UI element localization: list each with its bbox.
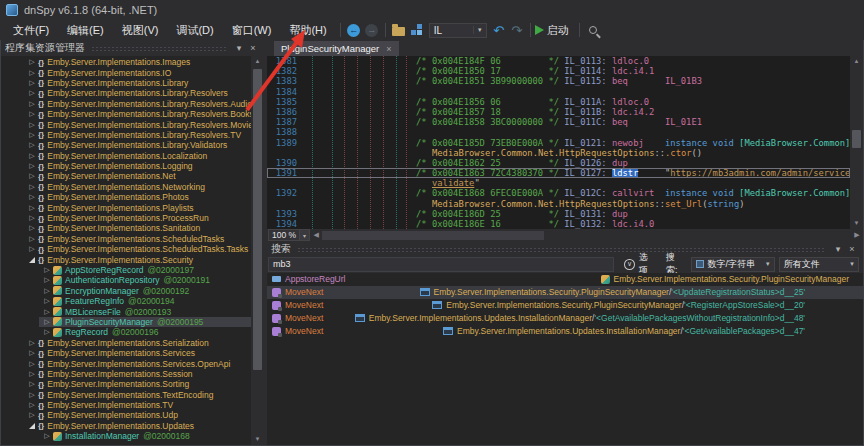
code-line[interactable]: validate": [267, 178, 850, 188]
tree-item-namespace[interactable]: ▷{}Emby.Server.Implementations.Library.R…: [1, 130, 251, 140]
scrollbar-thumb[interactable]: [322, 231, 544, 240]
expander-icon[interactable]: ▷: [27, 110, 37, 118]
undo-button[interactable]: ↶: [490, 22, 508, 39]
tree-item-class[interactable]: ▷EncryptionManager@02000192: [1, 286, 251, 296]
expander-icon[interactable]: ▷: [27, 131, 37, 139]
tree-item-namespace[interactable]: ▷{}Emby.Server.Implementations.Net: [1, 171, 251, 181]
scroll-down-icon[interactable]: ▼: [251, 434, 264, 445]
expander-icon[interactable]: ▷: [27, 69, 37, 77]
expander-icon[interactable]: ▷: [42, 432, 52, 440]
expander-icon[interactable]: ▷: [27, 214, 37, 222]
back-button[interactable]: ←: [345, 22, 363, 39]
tree-item-class[interactable]: ▷MBLicenseFile@02000193: [1, 306, 251, 316]
chevron-down-icon[interactable]: ▾: [232, 43, 246, 53]
tree-item-class[interactable]: ▷RegRecord@02000196: [1, 327, 251, 337]
expander-icon[interactable]: ▷: [27, 245, 37, 253]
start-button[interactable]: 启动: [535, 23, 575, 38]
horizontal-scrollbar[interactable]: [322, 231, 851, 240]
tree-item-class[interactable]: ▷AppStoreRegRecord@02000197: [1, 265, 251, 275]
expander-icon[interactable]: ▷: [27, 339, 37, 347]
code-line[interactable]: 1385/* 0x004E1856 06 */ IL_011A: ldloc.0: [267, 97, 850, 107]
tree-item-namespace[interactable]: ▷{}Emby.Server.Implementations.Library.V…: [1, 140, 251, 150]
search-result-row[interactable]: AppstoreRegUrlEmby.Server.Implementation…: [267, 273, 863, 286]
tab-pluginsecuritymanager[interactable]: PluginSecurityManager ×: [274, 41, 399, 56]
tree-item-namespace[interactable]: ▷{}Emby.Server.Implementations.TextEncod…: [1, 390, 251, 400]
code-line[interactable]: 1389/* 0x004E185D 73EB0E000A */ IL_0121:…: [267, 138, 850, 148]
expander-icon[interactable]: ▷: [27, 360, 37, 368]
scroll-right-icon[interactable]: ▶: [851, 231, 863, 239]
code-editor[interactable]: 1381/* 0x004E184F 06 */ IL_0113: ldloc.0…: [267, 56, 850, 229]
expander-icon[interactable]: ▷: [42, 276, 52, 284]
scroll-left-icon[interactable]: ◀: [310, 231, 322, 239]
tree-item-namespace[interactable]: ▷{}Emby.Server.Implementations.Photos: [1, 192, 251, 202]
chevron-down-icon[interactable]: ▾: [300, 229, 310, 241]
zoom-level-combo[interactable]: 100 %: [268, 229, 300, 241]
tree-item-namespace[interactable]: ▷{}Emby.Server.Implementations.Scheduled…: [1, 244, 251, 254]
search-type-combo[interactable]: 数字/字符串 ▾: [691, 257, 775, 272]
expander-icon[interactable]: ▷: [27, 224, 37, 232]
search-result-row[interactable]: MoveNextEmby.Server.Implementations.Secu…: [267, 299, 863, 312]
tree-item-namespace[interactable]: ▷{}Emby.Server.Implementations.Services.…: [1, 358, 251, 368]
tree-item-namespace[interactable]: ▷{}Emby.Server.Implementations.Playlists: [1, 202, 251, 212]
tree-item-namespace[interactable]: ▷{}Emby.Server.Implementations.Networkin…: [1, 182, 251, 192]
tree-item-namespace[interactable]: ▷{}Emby.Server.Implementations.Sanitatio…: [1, 223, 251, 233]
language-combo[interactable]: IL ▾: [429, 23, 487, 38]
code-line[interactable]: 1390/* 0x004E1862 25 */ IL_0126: dup: [267, 158, 850, 168]
expander-icon[interactable]: ▷: [27, 183, 37, 191]
tree-item-namespace[interactable]: {}Emby.Server.Implementations.Updates: [1, 421, 251, 431]
tree-item-class[interactable]: ▷InstallationManager@02000168: [1, 431, 251, 441]
expander-icon[interactable]: ▷: [27, 141, 37, 149]
code-line[interactable]: MediaBrowser.Common.Net.HttpRequestOptio…: [267, 148, 850, 158]
menu-item[interactable]: 编辑(E): [58, 21, 113, 40]
code-line[interactable]: 1383/* 0x004E1851 3B99000000 */ IL_0115:…: [267, 76, 850, 86]
search-result-row[interactable]: MoveNextEmby.Server.Implementations.Secu…: [267, 286, 863, 299]
code-line[interactable]: 1392/* 0x004E1868 6FEC0E000A */ IL_012C:…: [267, 188, 850, 198]
scroll-up-icon[interactable]: ▲: [251, 56, 264, 67]
code-scrollbar[interactable]: ▲ ▼: [850, 56, 863, 229]
tree-item-namespace[interactable]: ▷{}Emby.Server.Implementations.Sorting: [1, 379, 251, 389]
tree-item-namespace[interactable]: ▷{}Emby.Server.Implementations.Udp: [1, 410, 251, 420]
tree-item-namespace[interactable]: ▷{}Emby.Server.Implementations.IO: [1, 67, 251, 77]
expander-open-icon[interactable]: [29, 423, 35, 429]
expander-icon[interactable]: ▷: [42, 318, 52, 326]
close-icon[interactable]: ×: [246, 43, 260, 53]
menu-item[interactable]: 文件(F): [4, 21, 58, 40]
expander-icon[interactable]: ▷: [27, 411, 37, 419]
code-line[interactable]: 1388: [267, 127, 850, 137]
expander-icon[interactable]: ▷: [27, 235, 37, 243]
tree-item-class[interactable]: ▷PluginSecurityManager@02000195: [1, 317, 251, 327]
tree-item-class[interactable]: ▷FeatureRegInfo@02000194: [1, 296, 251, 306]
tree-item-namespace[interactable]: ▷{}Emby.Server.Implementations.Library.R…: [1, 119, 251, 129]
tree-item-namespace[interactable]: ▷{}Emby.Server.Implementations.Session: [1, 369, 251, 379]
tree-item-namespace[interactable]: ▷{}Emby.Server.Implementations.Localizat…: [1, 151, 251, 161]
tree-scrollbar[interactable]: ▲ ▼: [251, 56, 264, 445]
search-assemblies-button[interactable]: [584, 22, 602, 39]
code-line[interactable]: 1382/* 0x004E1850 17 */ IL_0114: ldc.i4.…: [267, 66, 850, 76]
expander-icon[interactable]: ▷: [27, 349, 37, 357]
tree-item-namespace[interactable]: {}Emby.Server.Implementations.Security: [1, 254, 251, 264]
close-icon[interactable]: ×: [386, 44, 391, 54]
assembly-explorer-button[interactable]: [408, 22, 426, 39]
search-result-row[interactable]: MoveNextEmby.Server.Implementations.Upda…: [267, 325, 863, 338]
expander-icon[interactable]: ▷: [27, 204, 37, 212]
expander-icon[interactable]: ▷: [27, 152, 37, 160]
tree-item-namespace[interactable]: ▷{}Emby.Server.Implementations.Library.R…: [1, 109, 251, 119]
redo-button[interactable]: ↷: [508, 22, 526, 39]
expander-icon[interactable]: ▷: [42, 297, 52, 305]
tree-item-namespace[interactable]: ▷{}Emby.Server.Implementations.Library.R…: [1, 88, 251, 98]
tree-item-namespace[interactable]: ▷{}Emby.Server.Implementations.TV: [1, 400, 251, 410]
code-line[interactable]: 1384: [267, 87, 850, 97]
expander-icon[interactable]: ▷: [27, 193, 37, 201]
expander-icon[interactable]: ▷: [27, 100, 37, 108]
tree-item-namespace[interactable]: ▷{}Emby.Server.Implementations.Logging: [1, 161, 251, 171]
expander-icon[interactable]: ▷: [42, 308, 52, 316]
expander-icon[interactable]: ▷: [27, 79, 37, 87]
code-line[interactable]: 1387/* 0x004E1858 3BC0000000 */ IL_011C:…: [267, 117, 850, 127]
code-line[interactable]: MediaBrowser.Common.Net.HttpRequestOptio…: [267, 199, 850, 209]
expander-icon[interactable]: ▷: [27, 380, 37, 388]
expander-icon[interactable]: ▷: [27, 89, 37, 97]
tree-item-class[interactable]: ▷AuthenticationRepository@02000191: [1, 275, 251, 285]
expander-icon[interactable]: ▷: [27, 121, 37, 129]
open-file-button[interactable]: [390, 22, 408, 39]
file-filter-combo[interactable]: 所有文件 ▾: [779, 257, 859, 272]
